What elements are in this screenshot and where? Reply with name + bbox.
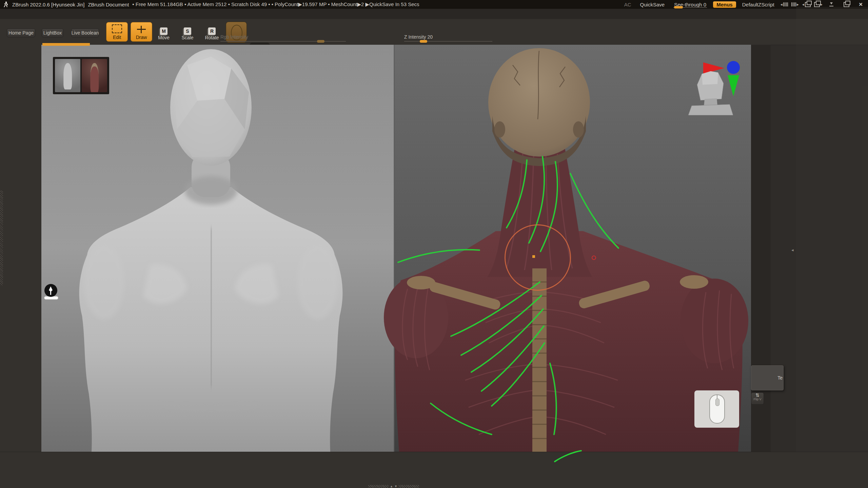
reference-thumbnails[interactable] <box>53 57 109 94</box>
z-intensity-label: Z Intensity 20 <box>404 35 492 40</box>
shelf-divider-left-icon[interactable]: ◂ <box>781 2 788 7</box>
flip-v-button[interactable]: ⇅ Flip V <box>751 392 764 405</box>
annotation-app-icon[interactable] <box>44 284 57 297</box>
texture-preview-popup: Te <box>751 365 784 390</box>
memory-stats: • Free Mem 51.184GB • Active Mem 2512 • … <box>132 1 419 7</box>
tray-resize-handle[interactable]: ▲▼ <box>368 485 419 488</box>
app-title: ZBrush 2022.0.6 [Hyunseok Jin] <box>12 2 84 7</box>
rotate-label: Rotate <box>205 35 219 40</box>
panel-dock-right-icon[interactable]: ▸ <box>814 2 823 7</box>
close-button[interactable]: × <box>859 3 863 6</box>
rotate-button[interactable]: R Rotate <box>202 22 222 42</box>
reference-thumb-grey[interactable] <box>55 59 80 92</box>
annotation-stroke-overlay <box>553 449 583 463</box>
default-zscript-button[interactable]: DefaultZScript <box>739 2 777 7</box>
rgb-intensity-slider[interactable]: Rgb Intensity <box>220 35 346 40</box>
home-page-button[interactable]: Home Page <box>7 28 35 37</box>
left-shelf <box>0 45 41 488</box>
quicksave-button[interactable]: QuickSave <box>637 2 668 7</box>
scale-icon: S <box>184 27 191 35</box>
flip-v-icon: ⇅ <box>751 393 764 398</box>
shelf-divider-right-icon[interactable]: ▸ <box>791 2 799 7</box>
symmetry-point-marker <box>592 256 596 260</box>
right-panel <box>796 7 868 488</box>
document-title: ZBrush Document <box>88 2 129 7</box>
see-through-label: See-through 0 <box>674 2 706 7</box>
see-through-slider[interactable]: See-through 0 <box>671 2 710 7</box>
camera-head-preview <box>688 68 733 115</box>
bottom-panel <box>0 452 868 488</box>
move-label: Move <box>158 35 170 40</box>
edit-label: Edit <box>113 35 121 40</box>
move-icon: M <box>160 27 167 35</box>
draw-label: Draw <box>136 35 147 40</box>
texture-popup-label: Te <box>777 375 783 381</box>
restore-button[interactable] <box>844 2 849 7</box>
texture-panel: Te ⇅ Flip V <box>751 365 793 405</box>
menu-bar <box>0 9 868 19</box>
mouse-indicator-overlay <box>694 390 739 428</box>
panel-collapse-arrow[interactable]: ◂ <box>791 247 794 252</box>
move-button[interactable]: M Move <box>155 22 173 42</box>
quicksave-progress-bar <box>42 43 90 46</box>
scale-button[interactable]: S Scale <box>179 22 196 42</box>
draw-button[interactable]: Draw <box>131 22 152 42</box>
scale-label: Scale <box>181 35 193 40</box>
lightbox-button[interactable]: LightBox <box>42 28 63 37</box>
brush-cursor-ring <box>505 224 571 291</box>
zbrush-app: ZBrush 2022.0.6 [Hyunseok Jin] ZBrush Do… <box>0 0 868 488</box>
z-intensity-slider[interactable]: Z Intensity 20 <box>404 35 492 40</box>
live-boolean-button[interactable]: Live Boolean <box>71 28 99 37</box>
top-shelf: Home Page LightBox Live Boolean Edit Dra… <box>0 19 868 45</box>
brush-center-marker <box>532 255 535 258</box>
rgb-intensity-label: Rgb Intensity <box>220 35 346 40</box>
menus-button[interactable]: Menus <box>713 1 736 8</box>
edit-button[interactable]: Edit <box>106 22 128 42</box>
viewport-canvas[interactable] <box>41 45 751 452</box>
ac-button[interactable]: AC <box>622 2 634 7</box>
rotate-icon: R <box>208 27 216 35</box>
annotation-toolbar <box>44 284 59 300</box>
shelf-drag-rail[interactable] <box>0 190 3 285</box>
panel-dock-left-icon[interactable]: ◂ <box>802 2 811 7</box>
flip-v-label: Flip V <box>753 398 761 401</box>
draw-icon <box>137 26 146 33</box>
edit-icon <box>112 24 122 33</box>
canvas-artwork <box>41 45 751 452</box>
minimize-button[interactable] <box>829 2 833 6</box>
title-bar: ZBrush 2022.0.6 [Hyunseok Jin] ZBrush Do… <box>0 0 868 9</box>
zbrush-logo-icon <box>3 1 9 7</box>
reference-thumb-anatomy[interactable] <box>82 59 107 92</box>
